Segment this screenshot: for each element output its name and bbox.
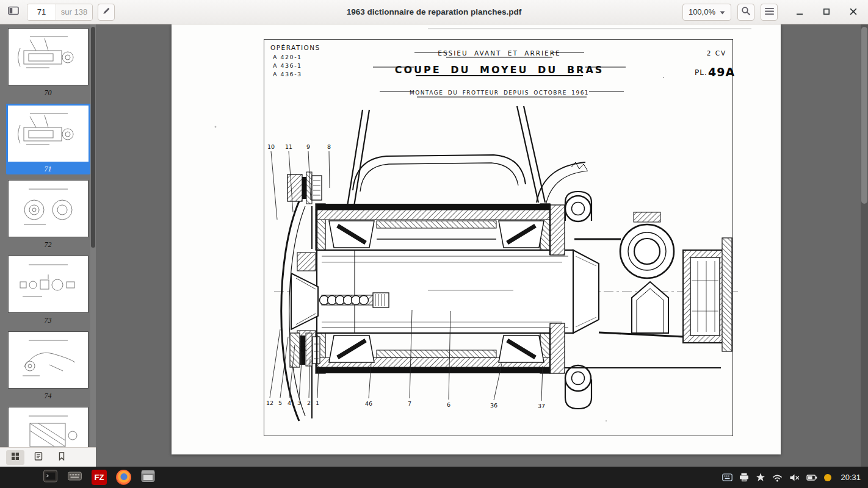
zoom-caret-icon (720, 7, 725, 16)
page-thumbnail-72[interactable]: 72 (5, 180, 91, 250)
callout-number: 4 (288, 400, 291, 406)
thumbnail-page-number: 73 (39, 315, 57, 326)
titlebar: 71 sur 138 1963 dictionnaire de reparati… (0, 0, 868, 24)
window-app-icon (140, 470, 156, 485)
thumbnail-image (8, 28, 89, 85)
zoom-value: 100,0% (689, 7, 715, 16)
callout-number: 9 (306, 143, 310, 150)
page-total-label: sur 138 (56, 4, 92, 20)
callout-number: 37 (538, 403, 545, 409)
thumbnails-view-button[interactable] (6, 450, 24, 465)
callout-number: 2 (307, 400, 311, 406)
thumbnail-image (8, 407, 89, 447)
plate-number: 49A (708, 65, 735, 79)
maximize-button[interactable] (820, 6, 833, 18)
model-label: 2 CV (707, 49, 727, 57)
document-canvas[interactable]: OPÉRATIONS A 420-1 A 436-1 A 436-3 ESSIE… (96, 24, 868, 467)
annotate-icon (102, 6, 111, 18)
page-number-control[interactable]: 71 sur 138 (27, 4, 93, 21)
maximize-icon (823, 7, 830, 18)
keyboard-app-button[interactable] (67, 470, 82, 485)
thumbnail-image (6, 104, 90, 163)
battery-icon[interactable] (806, 474, 817, 481)
star-icon[interactable] (756, 473, 765, 482)
filezilla-app-button[interactable]: FZ (92, 470, 107, 485)
terminal-icon (43, 470, 58, 485)
taskbar: FZ (0, 467, 868, 488)
drawing-header: ESSIEU AVANT ET ARRIERE (438, 49, 560, 57)
drawing-title: COUPE DU MOYEU DU BRAS (395, 64, 604, 76)
annotations-view-button[interactable] (29, 450, 48, 465)
volume-muted-icon[interactable] (789, 473, 800, 482)
callout-number: 36 (490, 402, 497, 409)
callout-number: 11 (285, 143, 292, 150)
page-thumbnail-75[interactable] (5, 407, 91, 447)
callout-number: 10 (267, 143, 275, 150)
firefox-app-button[interactable] (116, 470, 131, 485)
pdf-page[interactable]: OPÉRATIONS A 420-1 A 436-1 A 436-3 ESSIE… (172, 24, 781, 454)
filezilla-icon: FZ (95, 473, 104, 482)
updates-icon[interactable] (824, 474, 831, 481)
taskbar-status-area: 20:31 (722, 473, 863, 482)
close-button[interactable] (847, 6, 859, 18)
search-button[interactable] (737, 4, 754, 21)
terminal-app-button[interactable] (43, 470, 58, 485)
menu-icon (765, 7, 774, 18)
bookmarks-view-icon (57, 452, 66, 463)
window-title: 1963 dictionnaire de reparation planches… (347, 7, 522, 16)
thumbnails-view-icon (11, 452, 20, 463)
pdf-viewer-window: 71 sur 138 1963 dictionnaire de reparati… (0, 0, 868, 488)
titlebar-right-group: 100,0% (682, 4, 863, 21)
minimize-icon (796, 7, 803, 18)
sidebar-view-switcher (0, 447, 96, 467)
plate-prefix: PL. (695, 68, 707, 77)
annotate-button[interactable] (98, 4, 115, 21)
page-thumbnail-73[interactable]: 73 (5, 256, 91, 326)
menu-button[interactable] (761, 4, 778, 21)
operations-title: OPÉRATIONS (270, 44, 320, 51)
page-thumbnail-70[interactable]: 70 (5, 28, 91, 98)
thumbnails-sidebar: 70 71 72 (0, 24, 96, 467)
thumbnail-image (8, 331, 89, 389)
callout-number: 3 (297, 400, 301, 406)
callout-number: 46 (365, 400, 372, 407)
thumbnail-image (8, 180, 89, 237)
thumbnail-page-number: 71 (6, 163, 90, 174)
technical-drawing: OPÉRATIONS A 420-1 A 436-1 A 436-3 ESSIE… (172, 24, 781, 454)
taskbar-clock: 20:31 (841, 473, 861, 482)
callout-number: 8 (327, 143, 331, 150)
main-content: 70 71 72 (0, 24, 868, 467)
callout-number: 1 (316, 400, 319, 406)
callout-number: 6 (447, 401, 450, 408)
taskbar-apps: FZ (43, 470, 156, 485)
thumbnail-list: 70 71 72 (0, 24, 96, 447)
vertical-scrollbar-thumb[interactable] (861, 27, 867, 204)
operation-code: A 420-1 (273, 54, 302, 60)
keyboard-icon (67, 470, 82, 485)
thumbnail-page-number: 72 (39, 239, 57, 250)
keyboard-layout-icon[interactable] (722, 473, 732, 481)
zoom-dropdown[interactable]: 100,0% (682, 4, 731, 21)
page-thumbnail-74[interactable]: 74 (5, 331, 91, 401)
callout-number: 12 (266, 400, 273, 406)
sidebar-toggle-button[interactable] (5, 4, 22, 21)
bookmarks-view-button[interactable] (52, 450, 71, 465)
printer-icon[interactable] (739, 473, 749, 482)
close-icon (850, 7, 857, 18)
wifi-icon[interactable] (772, 473, 783, 482)
window-app-button[interactable] (140, 470, 156, 485)
sidebar-scrollbar[interactable] (90, 24, 96, 447)
vertical-scrollbar[interactable] (861, 24, 868, 467)
sidebar-toggle-icon (8, 6, 19, 18)
thumbnail-page-number: 70 (39, 87, 57, 98)
drawing-subtitle: MONTAGE DU FROTTEUR DEPUIS OCTOBRE 1961 (410, 90, 589, 96)
thumbnail-page-number: 74 (39, 390, 57, 401)
callout-number: 5 (278, 400, 282, 406)
page-thumbnail-71-selected[interactable]: 71 (5, 104, 91, 174)
thumbnail-image (8, 256, 89, 313)
annotations-view-icon (34, 452, 43, 463)
page-number-input[interactable]: 71 (27, 4, 56, 20)
minimize-button[interactable] (794, 6, 806, 18)
titlebar-left-group: 71 sur 138 (5, 4, 115, 21)
sidebar-scrollbar-thumb[interactable] (91, 27, 95, 248)
